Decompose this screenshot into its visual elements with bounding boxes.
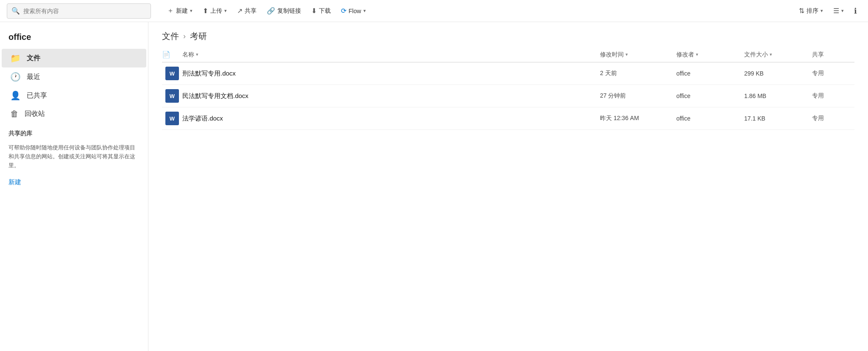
new-label: 新建: [176, 7, 188, 15]
file-modified: 2 天前: [600, 70, 676, 77]
file-modified: 昨天 12:36 AM: [600, 115, 676, 122]
sidebar-item-label-files: 文件: [27, 54, 40, 63]
chevron-down-icon: ▾: [821, 8, 823, 14]
file-share: 专用: [812, 115, 854, 122]
sort-icon: ⇅: [799, 7, 804, 15]
modified-col-header[interactable]: 修改时间 ▾: [600, 51, 676, 59]
file-modifier: office: [676, 115, 744, 122]
flow-icon: ⟳: [341, 7, 346, 15]
file-modifier: office: [676, 70, 744, 77]
sidebar-username: office: [0, 29, 148, 49]
file-icon-cell: W: [162, 112, 182, 125]
chevron-down-icon: ▾: [841, 8, 844, 14]
share-button[interactable]: ↗ 共享: [233, 4, 261, 17]
sidebar-item-label-recycle: 回收站: [25, 110, 45, 118]
size-col-header[interactable]: 文件大小 ▾: [744, 51, 812, 59]
sidebar: office 📁 文件 🕐 最近 👤 已共享 🗑 回收站 共享的库 可帮助你随时…: [0, 22, 148, 351]
breadcrumb-separator: ›: [183, 32, 186, 41]
chevron-down-icon: ▾: [363, 8, 366, 14]
file-icon-cell: W: [162, 67, 182, 80]
file-size: 17.1 KB: [744, 115, 812, 122]
upload-button[interactable]: ⬆ 上传 ▾: [198, 4, 231, 17]
table-row[interactable]: W 民法默写专用文档.docx 27 分钟前 office 1.86 MB 专用: [162, 85, 854, 107]
sidebar-item-label-recent: 最近: [27, 73, 40, 81]
modifier-sort-icon: ▾: [696, 52, 698, 57]
copy-link-button[interactable]: 🔗 复制链接: [262, 4, 305, 17]
word-icon: W: [165, 112, 179, 125]
link-icon: 🔗: [267, 7, 275, 15]
breadcrumb-current: 考研: [190, 31, 207, 42]
copy-link-label: 复制链接: [277, 7, 301, 15]
view-icon: ☰: [833, 7, 839, 15]
shared-library-title: 共享的库: [0, 123, 148, 140]
breadcrumb: 文件 › 考研: [148, 22, 868, 47]
share-label: 共享: [245, 7, 257, 15]
info-button[interactable]: ℹ: [850, 4, 861, 18]
search-icon: 🔍: [11, 7, 20, 15]
toolbar: 🔍 ＋ 新建 ▾ ⬆ 上传 ▾ ↗ 共享 🔗 复制链接 ⬇ 下载 ⟳ Flow …: [0, 0, 868, 22]
modifier-col-label: 修改者: [676, 51, 694, 59]
sidebar-item-recycle[interactable]: 🗑 回收站: [2, 105, 146, 123]
shared-library-description: 可帮助你随时随地使用任何设备与团队协作处理项目和共享信息的网站。创建或关注网站可…: [0, 140, 148, 173]
file-type-icon: 📄: [162, 51, 170, 58]
chevron-down-icon: ▾: [224, 8, 227, 14]
name-col-label: 名称: [182, 51, 194, 59]
size-col-label: 文件大小: [744, 51, 768, 59]
content-area: 文件 › 考研 📄 名称 ▾ 修改时间 ▾ 修改者: [148, 22, 868, 351]
word-icon: W: [165, 89, 179, 103]
upload-label: 上传: [210, 7, 222, 15]
clock-icon: 🕐: [10, 72, 21, 82]
download-button[interactable]: ⬇ 下载: [307, 4, 335, 17]
toolbar-right: ⇅ 排序 ▾ ☰ ▾ ℹ: [795, 4, 861, 18]
file-share: 专用: [812, 70, 854, 77]
sidebar-item-shared[interactable]: 👤 已共享: [2, 86, 146, 105]
name-sort-icon: ▾: [196, 52, 198, 57]
file-name: 刑法默写专用.docx: [182, 70, 600, 78]
breadcrumb-root[interactable]: 文件: [162, 31, 179, 42]
folder-icon: 📁: [10, 53, 21, 63]
file-modifier: office: [676, 93, 744, 99]
file-name: 法学谚语.docx: [182, 115, 600, 123]
sidebar-new-button[interactable]: 新建: [8, 178, 140, 186]
chevron-down-icon: ▾: [190, 8, 193, 14]
sidebar-item-label-shared: 已共享: [27, 91, 47, 100]
table-header: 📄 名称 ▾ 修改时间 ▾ 修改者 ▾ 文件大小 ▾: [162, 47, 854, 62]
upload-icon: ⬆: [203, 7, 208, 15]
main-layout: office 📁 文件 🕐 最近 👤 已共享 🗑 回收站 共享的库 可帮助你随时…: [0, 22, 868, 351]
sort-label: 排序: [807, 7, 818, 15]
sidebar-item-files[interactable]: 📁 文件: [2, 49, 146, 67]
file-share: 专用: [812, 92, 854, 100]
download-label: 下载: [319, 7, 331, 15]
modified-col-label: 修改时间: [600, 51, 624, 59]
person-icon: 👤: [10, 90, 21, 101]
share-icon: ↗: [237, 7, 243, 15]
plus-icon: ＋: [167, 6, 174, 15]
modified-sort-icon: ▾: [625, 52, 628, 57]
table-row[interactable]: W 刑法默写专用.docx 2 天前 office 299 KB 专用: [162, 62, 854, 85]
download-icon: ⬇: [311, 7, 317, 15]
modifier-col-header[interactable]: 修改者 ▾: [676, 51, 744, 59]
new-button[interactable]: ＋ 新建 ▾: [163, 4, 197, 18]
share-col-label: 共享: [812, 51, 824, 59]
file-modified: 27 分钟前: [600, 92, 676, 100]
name-col-header[interactable]: 名称 ▾: [182, 51, 600, 59]
trash-icon: 🗑: [10, 109, 19, 119]
file-table: 📄 名称 ▾ 修改时间 ▾ 修改者 ▾ 文件大小 ▾: [148, 47, 868, 351]
view-button[interactable]: ☰ ▾: [829, 4, 848, 17]
size-sort-icon: ▾: [770, 52, 772, 57]
flow-button[interactable]: ⟳ Flow ▾: [337, 4, 370, 17]
table-row[interactable]: W 法学谚语.docx 昨天 12:36 AM office 17.1 KB 专…: [162, 107, 854, 130]
file-size: 1.86 MB: [744, 93, 812, 99]
share-col-header: 共享: [812, 51, 854, 59]
file-icon-col-header: 📄: [162, 51, 182, 59]
file-name: 民法默写专用文档.docx: [182, 92, 600, 100]
word-icon: W: [165, 67, 179, 80]
file-size: 299 KB: [744, 70, 812, 77]
search-box[interactable]: 🔍: [7, 3, 151, 19]
sort-button[interactable]: ⇅ 排序 ▾: [795, 4, 827, 17]
file-icon-cell: W: [162, 89, 182, 103]
info-icon: ℹ: [854, 6, 857, 16]
flow-label: Flow: [349, 8, 361, 14]
sidebar-item-recent[interactable]: 🕐 最近: [2, 67, 146, 86]
search-input[interactable]: [23, 8, 146, 14]
